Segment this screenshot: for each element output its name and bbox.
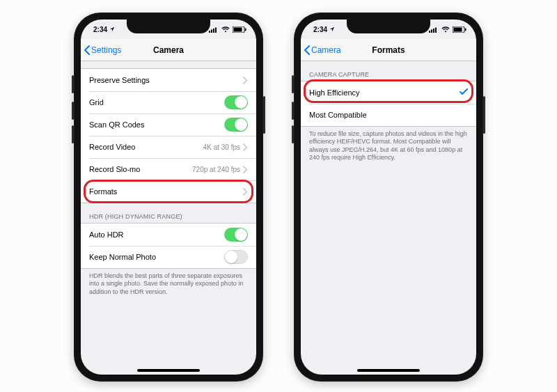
check-icon bbox=[460, 88, 468, 97]
svg-rect-13 bbox=[465, 28, 466, 31]
row-auto-hdr[interactable]: Auto HDR bbox=[81, 224, 256, 246]
svg-rect-12 bbox=[454, 27, 462, 31]
screen-left: 2:34 Settings Camera bbox=[81, 19, 256, 375]
grid-switch[interactable] bbox=[224, 95, 248, 109]
signal-icon bbox=[209, 26, 219, 33]
row-label: Most Compatible bbox=[309, 111, 367, 119]
hdr-footer: HDR blends the best parts of three separ… bbox=[81, 269, 256, 301]
chevron-right-icon bbox=[243, 143, 248, 151]
svg-rect-6 bbox=[245, 28, 246, 31]
auto-hdr-switch[interactable] bbox=[224, 228, 248, 242]
phone-left: 2:34 Settings Camera bbox=[74, 13, 263, 382]
wifi-icon bbox=[441, 26, 450, 33]
hdr-header: HDR (HIGH DYNAMIC RANGE) bbox=[81, 203, 256, 223]
settings-content[interactable]: Preserve Settings Grid Scan QR Codes Rec… bbox=[81, 61, 256, 301]
battery-icon bbox=[453, 26, 466, 33]
row-high-efficiency[interactable]: High Efficiency bbox=[301, 81, 476, 104]
notch bbox=[127, 19, 210, 33]
row-label: Scan QR Codes bbox=[89, 120, 144, 129]
formats-group: High Efficiency Most Compatible bbox=[301, 81, 476, 127]
notch bbox=[347, 19, 430, 33]
svg-rect-3 bbox=[215, 27, 217, 33]
formats-content[interactable]: CAMERA CAPTURE High Efficiency Most Comp… bbox=[301, 61, 476, 167]
battery-icon bbox=[233, 26, 246, 33]
row-record-video[interactable]: Record Video 4K at 30 fps bbox=[81, 136, 256, 158]
svg-rect-0 bbox=[209, 31, 210, 33]
chevron-right-icon bbox=[243, 166, 248, 173]
row-label: Record Video bbox=[89, 143, 135, 151]
chevron-right-icon bbox=[243, 188, 248, 196]
signal-icon bbox=[429, 26, 439, 33]
row-record-slomo[interactable]: Record Slo-mo 720p at 240 fps bbox=[81, 158, 256, 180]
status-time: 2:34 bbox=[313, 26, 327, 33]
location-icon bbox=[109, 26, 115, 32]
settings-group-hdr: Auto HDR Keep Normal Photo bbox=[81, 223, 256, 269]
row-label: Grid bbox=[89, 98, 104, 107]
row-detail: 720p at 240 fps bbox=[192, 166, 240, 173]
formats-footer: To reduce file size, capture photos and … bbox=[301, 127, 476, 167]
row-detail: 4K at 30 fps bbox=[203, 143, 240, 151]
back-label: Settings bbox=[91, 45, 121, 55]
back-label: Camera bbox=[311, 45, 341, 55]
row-label: Formats bbox=[89, 187, 117, 196]
row-label: Preserve Settings bbox=[89, 76, 150, 84]
svg-rect-5 bbox=[234, 27, 242, 31]
svg-rect-8 bbox=[431, 29, 432, 33]
row-keep-normal[interactable]: Keep Normal Photo bbox=[81, 246, 256, 268]
chevron-right-icon bbox=[243, 77, 248, 84]
row-most-compatible[interactable]: Most Compatible bbox=[301, 104, 476, 126]
svg-rect-7 bbox=[429, 31, 430, 33]
back-button[interactable]: Settings bbox=[81, 45, 121, 55]
svg-rect-9 bbox=[433, 29, 434, 33]
settings-group-main: Preserve Settings Grid Scan QR Codes Rec… bbox=[81, 68, 256, 203]
row-label: Record Slo-mo bbox=[89, 165, 140, 173]
camera-capture-header: CAMERA CAPTURE bbox=[301, 61, 476, 81]
keep-normal-switch[interactable] bbox=[224, 250, 248, 264]
svg-rect-2 bbox=[213, 29, 214, 33]
chevron-left-icon bbox=[304, 45, 311, 55]
row-preserve-settings[interactable]: Preserve Settings bbox=[81, 69, 256, 91]
svg-rect-1 bbox=[211, 29, 212, 33]
row-scan-qr[interactable]: Scan QR Codes bbox=[81, 113, 256, 136]
nav-bar: Settings Camera bbox=[81, 39, 256, 61]
screen-right: 2:34 Camera Formats CAMERA CAPTURE bbox=[301, 19, 476, 375]
svg-rect-10 bbox=[435, 27, 437, 33]
wifi-icon bbox=[221, 26, 230, 33]
chevron-left-icon bbox=[84, 45, 91, 55]
row-label: High Efficiency bbox=[309, 88, 360, 97]
row-label: Keep Normal Photo bbox=[89, 253, 156, 261]
back-button[interactable]: Camera bbox=[301, 45, 341, 55]
phone-right: 2:34 Camera Formats CAMERA CAPTURE bbox=[294, 13, 483, 382]
row-formats[interactable]: Formats bbox=[81, 180, 256, 203]
home-indicator[interactable] bbox=[357, 369, 420, 372]
nav-bar: Camera Formats bbox=[301, 39, 476, 61]
row-label: Auto HDR bbox=[89, 230, 124, 239]
scan-qr-switch[interactable] bbox=[224, 118, 248, 132]
row-grid[interactable]: Grid bbox=[81, 91, 256, 113]
location-icon bbox=[329, 26, 335, 32]
status-time: 2:34 bbox=[93, 26, 107, 33]
home-indicator[interactable] bbox=[137, 369, 200, 372]
